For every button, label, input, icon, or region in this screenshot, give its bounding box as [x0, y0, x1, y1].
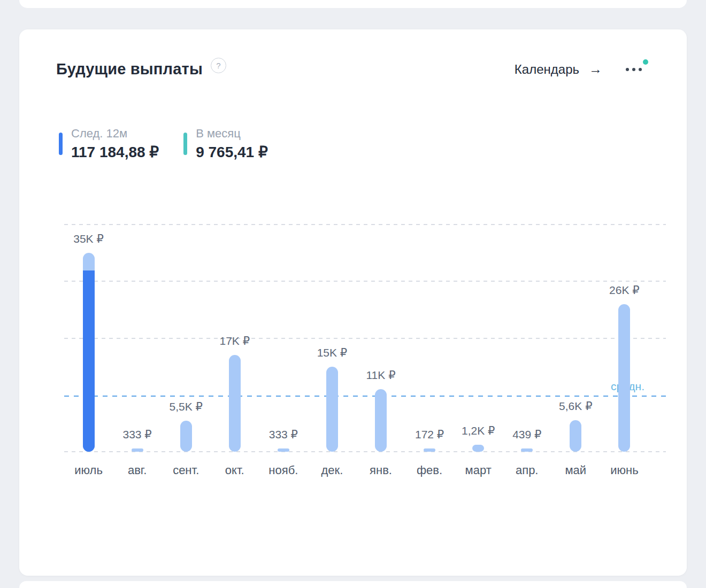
bar-сент[interactable]: [180, 421, 192, 452]
chart-column: 26K ₽июнь: [600, 225, 649, 452]
header-left: Будущие выплаты ?: [56, 60, 226, 78]
adjacent-card-below: [19, 581, 687, 588]
chart-column: 1,2K ₽март: [454, 225, 503, 452]
stat-per-month: В месяц 9 765,41 ₽: [183, 127, 268, 161]
chart-column: 15K ₽дек.: [308, 225, 356, 452]
stat-label: В месяц: [196, 127, 268, 141]
bar-июль[interactable]: [83, 253, 95, 452]
notification-dot: [643, 59, 648, 65]
bar-май[interactable]: [570, 420, 581, 452]
chart-column: 172 ₽фев.: [405, 225, 454, 452]
ellipsis-dot-icon: [626, 68, 629, 71]
ellipsis-dot-icon: [639, 68, 642, 71]
chart-column: 17K ₽окт.: [210, 225, 259, 452]
stat-accent-bar-blue: [59, 133, 63, 155]
card-header: Будущие выплаты ? Календарь →: [56, 60, 644, 78]
month-label: июнь: [595, 463, 654, 477]
chart-column: 5,6K ₽май: [551, 225, 600, 452]
calendar-link-label: Календарь: [515, 62, 579, 77]
bar-янв[interactable]: [375, 389, 387, 452]
bar-март[interactable]: [472, 445, 484, 452]
bar-июнь[interactable]: [618, 304, 630, 452]
chart-column: 35K ₽июль: [64, 225, 113, 452]
chart-column: 11K ₽янв.: [356, 225, 405, 452]
future-payments-card: Будущие выплаты ? Календарь → След. 12м …: [19, 29, 687, 576]
stat-text: В месяц 9 765,41 ₽: [196, 127, 268, 161]
stat-value: 9 765,41 ₽: [196, 143, 268, 161]
bar-апр[interactable]: [521, 448, 533, 452]
help-icon-glyph: ?: [216, 61, 220, 70]
stat-label: След. 12м: [71, 127, 159, 141]
calendar-link[interactable]: Календарь →: [515, 61, 602, 77]
adjacent-card-above: [19, 0, 687, 8]
ellipsis-dot-icon: [632, 68, 635, 71]
stat-next-12m: След. 12м 117 184,88 ₽: [59, 127, 159, 161]
arrow-right-icon: →: [589, 61, 602, 77]
bars-row: 35K ₽июль333 ₽авг.5,5K ₽сент.17K ₽окт.33…: [64, 225, 649, 452]
help-icon[interactable]: ?: [211, 58, 226, 73]
header-right: Календарь →: [515, 61, 644, 77]
bar-окт[interactable]: [229, 355, 241, 452]
chart-column: 333 ₽авг.: [113, 225, 162, 452]
stat-text: След. 12м 117 184,88 ₽: [71, 127, 159, 161]
page-title: Будущие выплаты: [56, 60, 203, 78]
bar-chart: средн.35K ₽июль333 ₽авг.5,5K ₽сент.17K ₽…: [64, 225, 666, 452]
chart-column: 333 ₽нояб.: [259, 225, 308, 452]
bar-фев[interactable]: [424, 448, 435, 452]
chart-column: 439 ₽апр.: [503, 225, 551, 452]
stat-accent-bar-teal: [183, 133, 187, 155]
bar-value-label: 26K ₽: [589, 284, 659, 297]
more-menu-button[interactable]: [624, 63, 644, 76]
bar-highlight-fill: [83, 270, 95, 452]
bar-дек[interactable]: [326, 367, 338, 452]
summary-stats: След. 12м 117 184,88 ₽ В месяц 9 765,41 …: [59, 127, 268, 161]
stat-value: 117 184,88 ₽: [71, 143, 159, 161]
bar-нояб[interactable]: [278, 448, 289, 452]
bar-авг[interactable]: [132, 448, 143, 452]
